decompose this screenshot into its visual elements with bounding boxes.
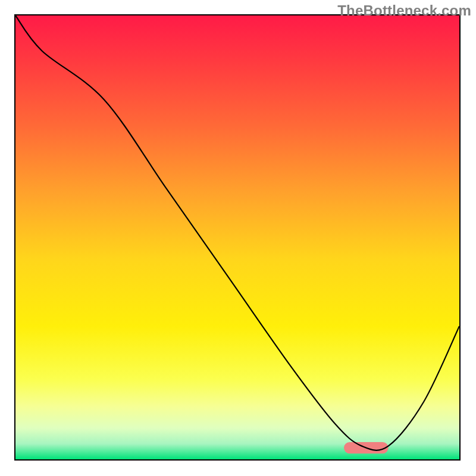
plot-area [14, 14, 461, 461]
watermark-label: TheBottleneck.com [337, 2, 471, 19]
plot-svg [15, 15, 459, 459]
background-rect [15, 15, 459, 459]
chart-frame: TheBottleneck.com [0, 0, 476, 476]
